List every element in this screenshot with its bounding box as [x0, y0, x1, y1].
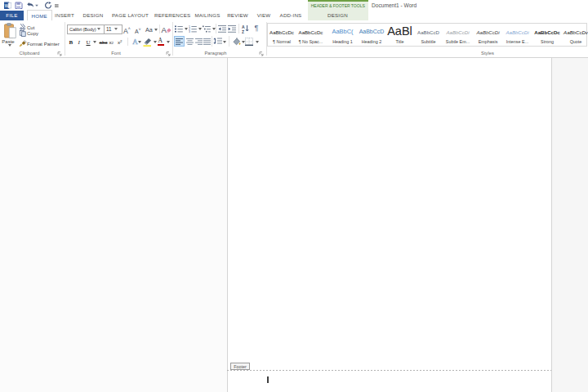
svg-text:Z: Z: [242, 29, 244, 33]
svg-text:A: A: [161, 25, 167, 34]
svg-text:w: w: [4, 2, 9, 8]
svg-text:3: 3: [189, 30, 190, 33]
